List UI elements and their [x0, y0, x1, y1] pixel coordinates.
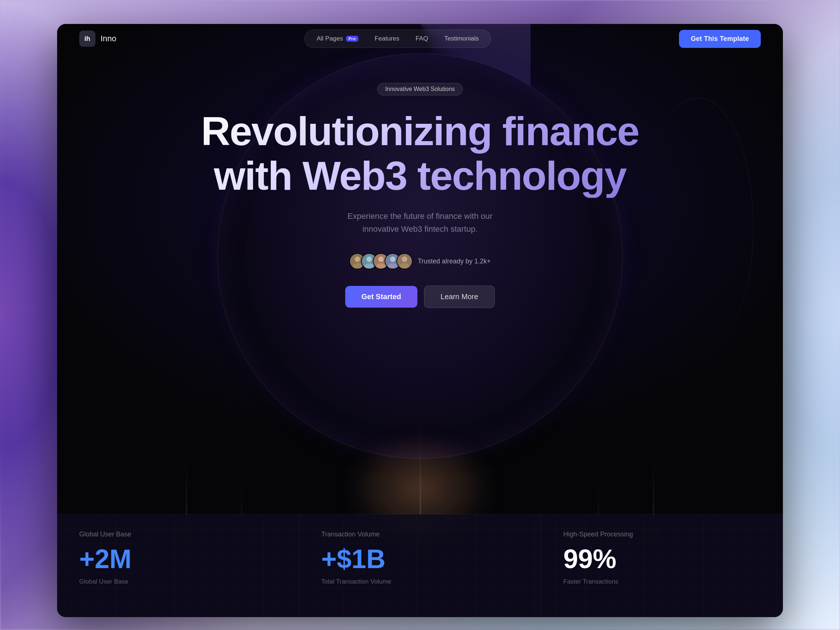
logo-area[interactable]: ih Inno	[79, 31, 117, 47]
navbar: ih Inno All Pages Pro Features FAQ Testi…	[57, 24, 783, 54]
stat-label-processing-top: High-Speed Processing	[563, 531, 761, 538]
nav-link-features[interactable]: Features	[366, 32, 407, 45]
get-template-button[interactable]: Get This Template	[679, 30, 761, 48]
nav-link-testimonials[interactable]: Testimonials	[436, 32, 487, 45]
stat-value-processing: 99%	[563, 546, 761, 572]
nav-link-faq[interactable]: FAQ	[407, 32, 436, 45]
logo-icon: ih	[79, 31, 95, 47]
stats-bar: Global User Base +2M Global User Base Tr…	[57, 514, 783, 617]
svg-point-13	[402, 257, 407, 262]
stat-label-volume-bottom: Total Transaction Volume	[321, 578, 519, 586]
hero-title: Revolutionizing finance with Web3 techno…	[201, 109, 639, 198]
svg-point-1	[355, 257, 360, 262]
nav-links: All Pages Pro Features FAQ Testimonials	[304, 30, 491, 48]
stat-item-users: Global User Base +2M Global User Base	[57, 514, 299, 617]
avatar-stack	[349, 253, 413, 269]
pro-badge: Pro	[346, 36, 358, 42]
trust-text: Trusted already by 1.2k+	[418, 257, 491, 265]
stat-item-processing: High-Speed Processing 99% Faster Transac…	[541, 514, 783, 617]
get-started-button[interactable]: Get Started	[345, 286, 417, 308]
learn-more-button[interactable]: Learn More	[424, 286, 495, 308]
svg-point-10	[390, 257, 396, 262]
nav-link-all-pages[interactable]: All Pages Pro	[308, 32, 366, 45]
stat-label-users-top: Global User Base	[79, 531, 277, 538]
cta-row: Get Started Learn More	[345, 286, 495, 308]
main-window: ih Inno All Pages Pro Features FAQ Testi…	[57, 24, 783, 617]
trust-row: Trusted already by 1.2k+	[349, 253, 491, 269]
stat-label-processing-bottom: Faster Transactions	[563, 578, 761, 586]
hero-subtitle: Experience the future of finance with ou…	[335, 210, 505, 235]
svg-point-7	[378, 257, 384, 262]
hero-tag: Innovative Web3 Solutions	[377, 83, 463, 95]
stat-label-volume-top: Transaction Volume	[321, 531, 519, 538]
hero-content: Innovative Web3 Solutions Revolutionizin…	[57, 83, 783, 308]
stat-item-volume: Transaction Volume +$1B Total Transactio…	[299, 514, 541, 617]
brand-name: Inno	[101, 34, 117, 43]
svg-point-4	[366, 257, 372, 262]
stat-label-users-bottom: Global User Base	[79, 578, 277, 586]
stat-value-volume: +$1B	[321, 546, 519, 572]
avatar-5	[396, 253, 413, 269]
stat-value-users: +2M	[79, 546, 277, 572]
